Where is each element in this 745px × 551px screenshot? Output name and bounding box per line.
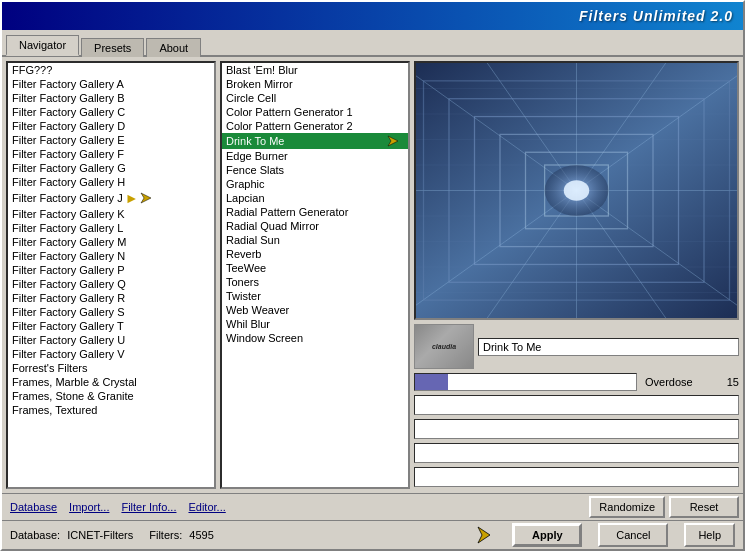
param-slider[interactable] [414,373,637,391]
left-list-scroll[interactable]: FFG??? Filter Factory Gallery A Filter F… [8,63,214,487]
filter-item[interactable]: Window Screen [222,331,408,345]
empty-param-row-4 [414,467,739,487]
content-area: FFG??? Filter Factory Gallery A Filter F… [2,57,743,493]
svg-point-22 [564,180,590,200]
filter-item[interactable]: Radial Quad Mirror [222,219,408,233]
editor-button[interactable]: Editor... [184,499,229,515]
list-item[interactable]: Filter Factory Gallery H [8,175,214,189]
empty-param-row-2 [414,419,739,439]
preview-svg [416,63,737,318]
param-value: 15 [709,376,739,388]
list-item[interactable]: Filter Factory Gallery K [8,207,214,221]
filter-item[interactable]: Lapcian [222,191,408,205]
filter-item[interactable]: Toners [222,275,408,289]
list-item-ffgj[interactable]: Filter Factory Gallery J ► [8,189,214,207]
filter-item[interactable]: Color Pattern Generator 2 [222,119,408,133]
help-button[interactable]: Help [684,523,735,547]
filter-info-button[interactable]: Filter Info... [117,499,180,515]
apply-cursor-area [476,525,496,545]
svg-marker-1 [388,136,398,146]
filter-name-display: Drink To Me [478,338,739,356]
list-item[interactable]: Filter Factory Gallery C [8,105,214,119]
list-item[interactable]: Forrest's Filters [8,361,214,375]
preview-image [416,63,737,318]
list-item[interactable]: Filter Factory Gallery V [8,347,214,361]
cursor-arrow-icon [139,191,159,205]
list-item[interactable]: Filter Factory Gallery U [8,333,214,347]
right-panel: claudia Drink To Me Overdose 15 [414,61,739,489]
list-item[interactable]: FFG??? [8,63,214,77]
filter-item[interactable]: Web Weaver [222,303,408,317]
param-label: Overdose [645,376,705,388]
status-filters-value: 4595 [189,529,213,541]
filter-item[interactable]: Radial Sun [222,233,408,247]
list-item[interactable]: Filter Factory Gallery N [8,249,214,263]
list-item[interactable]: Filter Factory Gallery M [8,235,214,249]
apply-cursor-icon [476,525,496,545]
filter-thumbnail: claudia [414,324,474,369]
svg-marker-31 [478,527,490,543]
main-window: Filters Unlimited 2.0 Navigator Presets … [0,0,745,551]
filter-item-drinktome[interactable]: Drink To Me [222,133,408,149]
list-item[interactable]: Filter Factory Gallery L [8,221,214,235]
filter-item[interactable]: Radial Pattern Generator [222,205,408,219]
list-item[interactable]: Filter Factory Gallery E [8,133,214,147]
title-bar: Filters Unlimited 2.0 [2,2,743,30]
status-database-label: Database: ICNET-Filters [10,529,133,541]
list-item[interactable]: Filter Factory Gallery P [8,263,214,277]
reset-button[interactable]: Reset [669,496,739,518]
tab-about[interactable]: About [146,38,201,57]
list-item[interactable]: Filter Factory Gallery A [8,77,214,91]
filter-item[interactable]: Blast 'Em! Blur [222,63,408,77]
filter-item[interactable]: Circle Cell [222,91,408,105]
empty-param-row-1 [414,395,739,415]
filter-item[interactable]: Edge Burner [222,149,408,163]
filter-item[interactable]: Fence Slats [222,163,408,177]
list-item[interactable]: Filter Factory Gallery G [8,161,214,175]
filter-name-text: Drink To Me [483,341,541,353]
list-item[interactable]: Filter Factory Gallery Q [8,277,214,291]
filter-arrow-icon [386,134,404,148]
list-item[interactable]: Frames, Textured [8,403,214,417]
apply-button[interactable]: Apply [512,523,582,547]
randomize-button[interactable]: Randomize [589,496,665,518]
tab-navigator[interactable]: Navigator [6,35,79,56]
preview-container [414,61,739,320]
list-item[interactable]: Filter Factory Gallery T [8,319,214,333]
status-bar: Database: ICNET-Filters Filters: 4595 Ap… [2,520,743,549]
filter-item[interactable]: TeeWee [222,261,408,275]
database-button[interactable]: Database [6,499,61,515]
filter-item[interactable]: Whil Blur [222,317,408,331]
filter-item[interactable]: Twister [222,289,408,303]
list-item[interactable]: Frames, Marble & Crystal [8,375,214,389]
filter-item[interactable]: Reverb [222,247,408,261]
left-panel: FFG??? Filter Factory Gallery A Filter F… [6,61,216,489]
list-item[interactable]: Filter Factory Gallery B [8,91,214,105]
list-item[interactable]: Filter Factory Gallery D [8,119,214,133]
empty-param-row-3 [414,443,739,463]
status-database-value: ICNET-Filters [67,529,133,541]
status-filters-label: Filters: 4595 [149,529,214,541]
filter-item[interactable]: Broken Mirror [222,77,408,91]
thumbnail-row: claudia Drink To Me [414,324,739,369]
list-item[interactable]: Filter Factory Gallery S [8,305,214,319]
bottom-buttons-bar: Database Import... Filter Info... Editor… [2,493,743,520]
svg-marker-0 [141,193,151,203]
list-item[interactable]: Filter Factory Gallery F [8,147,214,161]
list-item[interactable]: Filter Factory Gallery R [8,291,214,305]
import-button[interactable]: Import... [65,499,113,515]
cancel-button[interactable]: Cancel [598,523,668,547]
middle-panel: Blast 'Em! Blur Broken Mirror Circle Cel… [220,61,410,489]
title-text: Filters Unlimited 2.0 [579,8,733,24]
tab-presets[interactable]: Presets [81,38,144,57]
thumbnail-label: claudia [432,343,456,350]
list-item[interactable]: Frames, Stone & Granite [8,389,214,403]
tabs-bar: Navigator Presets About [2,30,743,57]
info-panel: claudia Drink To Me Overdose 15 [414,324,739,489]
param-row-overdose: Overdose 15 [414,373,739,391]
filter-item[interactable]: Color Pattern Generator 1 [222,105,408,119]
filter-item[interactable]: Graphic [222,177,408,191]
filter-list-scroll[interactable]: Blast 'Em! Blur Broken Mirror Circle Cel… [222,63,408,487]
